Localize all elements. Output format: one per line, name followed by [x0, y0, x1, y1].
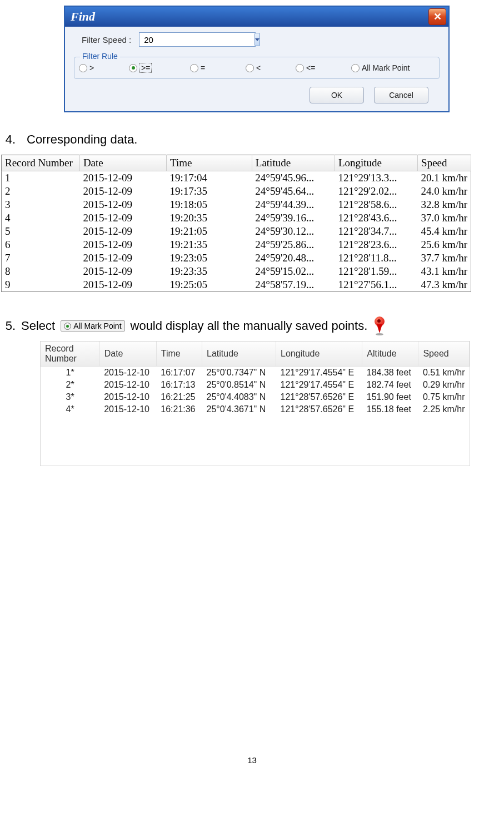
cell-date: 2015-12-09 — [79, 251, 166, 265]
cell-date: 2015-12-09 — [79, 225, 166, 238]
cell-lon: 121°29'17.4554" E — [276, 379, 362, 391]
close-button[interactable]: ✕ — [428, 8, 446, 25]
cell-lat: 25°0'0.7347" N — [202, 367, 276, 379]
cell-rec: 3 — [2, 198, 80, 211]
table-row[interactable]: 22015-12-0919:17:3524°59'45.64...121°29'… — [2, 185, 471, 198]
cell-rec: 2* — [41, 379, 99, 391]
cell-speed: 37.0 km/hr — [418, 211, 471, 225]
cell-lon: 121°28'34.7... — [335, 225, 417, 238]
radio-gte-label: >= — [139, 63, 152, 73]
filter-speed-input[interactable] — [139, 35, 254, 44]
cell-lon: 121°28'11.8... — [335, 251, 417, 265]
cell-lon: 121°28'43.6... — [335, 211, 417, 225]
cell-time: 19:17:35 — [167, 185, 252, 198]
dialog-button-row: OK Cancel — [74, 87, 440, 103]
cell-rec: 5 — [2, 225, 80, 238]
cancel-button[interactable]: Cancel — [374, 87, 428, 103]
table-row[interactable]: 72015-12-0919:23:0524°59'20.48...121°28'… — [2, 251, 471, 265]
cell-time: 16:17:13 — [156, 379, 202, 391]
table-row[interactable]: 2*2015-12-1016:17:1325°0'0.8514" N121°29… — [41, 379, 470, 391]
data-table-2: Record Number Date Time Latitude Longitu… — [41, 342, 470, 416]
cell-lon: 121°29'2.02... — [335, 185, 417, 198]
cell-lon: 121°28'23.6... — [335, 238, 417, 251]
table2-header-row: Record Number Date Time Latitude Longitu… — [41, 342, 470, 367]
th-speed[interactable]: Speed — [418, 155, 471, 171]
cell-time: 19:23:35 — [167, 265, 252, 278]
table-row[interactable]: 42015-12-0919:20:3524°59'39.16...121°28'… — [2, 211, 471, 225]
cell-rec: 4 — [2, 211, 80, 225]
cell-time: 19:23:05 — [167, 251, 252, 265]
table-row[interactable]: 82015-12-0919:23:3524°59'15.02...121°28'… — [2, 265, 471, 278]
cell-lat: 24°59'44.39... — [252, 198, 335, 211]
cell-rec: 1* — [41, 367, 99, 379]
th-date[interactable]: Date — [79, 155, 166, 171]
cell-lat: 24°59'25.86... — [252, 238, 335, 251]
th-time[interactable]: Time — [167, 155, 252, 171]
cell-speed: 20.1 km/hr — [418, 171, 471, 185]
th2-date[interactable]: Date — [99, 342, 156, 367]
filter-rule-fieldset: Filter Rule > >= = — [74, 57, 440, 79]
th2-altitude[interactable]: Altitude — [362, 342, 418, 367]
cell-lat: 24°59'45.96... — [252, 171, 335, 185]
radio-lt[interactable]: < — [246, 63, 296, 72]
th2-longitude[interactable]: Longitude — [276, 342, 362, 367]
cell-speed: 24.0 km/hr — [418, 185, 471, 198]
th-latitude[interactable]: Latitude — [252, 155, 335, 171]
radio-lte[interactable]: <= — [296, 63, 351, 72]
th2-time[interactable]: Time — [156, 342, 202, 367]
cell-lon: 121°27'56.1... — [335, 278, 417, 292]
table-row[interactable]: 12015-12-0919:17:0424°59'45.96...121°29'… — [2, 171, 471, 185]
table-row[interactable]: 52015-12-0919:21:0524°59'30.12...121°28'… — [2, 225, 471, 238]
radio-gte[interactable]: >= — [129, 63, 190, 73]
cell-date: 2015-12-09 — [79, 238, 166, 251]
cell-rec: 6 — [2, 238, 80, 251]
th2-speed[interactable]: Speed — [418, 342, 470, 367]
data-table-1: Record Number Date Time Latitude Longitu… — [1, 155, 471, 292]
cell-speed: 25.6 km/hr — [418, 238, 471, 251]
step-4-text: Corresponding data. — [27, 132, 137, 147]
step-5-text-a: Select — [21, 319, 55, 333]
table-row[interactable]: 1*2015-12-1016:17:0725°0'0.7347" N121°29… — [41, 367, 470, 379]
radio-eq-label: = — [201, 63, 205, 72]
cell-lon: 121°29'13.3... — [335, 171, 417, 185]
table-row[interactable]: 4*2015-12-1016:21:3625°0'4.3671" N121°28… — [41, 403, 470, 416]
table-row[interactable]: 32015-12-0919:18:0524°59'44.39...121°28'… — [2, 198, 471, 211]
radio-lt-label: < — [256, 63, 261, 72]
table-row[interactable]: 62015-12-0919:21:3524°59'25.86...121°28'… — [2, 238, 471, 251]
cell-time: 19:21:05 — [167, 225, 252, 238]
radio-eq[interactable]: = — [190, 63, 246, 72]
th-longitude[interactable]: Longitude — [335, 155, 417, 171]
radio-gt[interactable]: > — [79, 63, 129, 72]
cell-lat: 25°0'4.3671" N — [202, 403, 276, 416]
filter-speed-combo[interactable] — [139, 32, 256, 47]
cell-alt: 182.74 feet — [362, 379, 418, 391]
cell-rec: 4* — [41, 403, 99, 416]
cell-time: 19:25:05 — [167, 278, 252, 292]
th2-latitude[interactable]: Latitude — [202, 342, 276, 367]
cell-date: 2015-12-10 — [99, 379, 156, 391]
filter-speed-dropdown-button[interactable] — [255, 33, 260, 46]
cell-rec: 3* — [41, 391, 99, 403]
radio-all-mark-point[interactable]: All Mark Point — [351, 63, 410, 72]
cell-lat: 24°59'15.02... — [252, 265, 335, 278]
radio-lte-label: <= — [306, 63, 315, 72]
th2-record-number[interactable]: Record Number — [41, 342, 99, 367]
filter-speed-label: Filter Speed : — [82, 35, 131, 44]
table-row[interactable]: 92015-12-0919:25:0524°58'57.19...121°27'… — [2, 278, 471, 292]
ok-button[interactable]: OK — [310, 87, 364, 103]
step-4-number: 4. — [0, 132, 16, 147]
cell-lat: 24°59'39.16... — [252, 211, 335, 225]
page-number: 13 — [0, 755, 504, 765]
cell-speed: 37.7 km/hr — [418, 251, 471, 265]
cell-rec: 2 — [2, 185, 80, 198]
cell-speed: 0.29 km/hr — [418, 379, 470, 391]
filter-speed-row: Filter Speed : — [82, 32, 440, 47]
th-record-number[interactable]: Record Number — [2, 155, 80, 171]
cell-speed: 32.8 km/hr — [418, 198, 471, 211]
step-4: 4. Corresponding data. — [0, 132, 504, 147]
cell-lat: 25°0'4.4083" N — [202, 391, 276, 403]
table-row[interactable]: 3*2015-12-1016:21:2525°0'4.4083" N121°28… — [41, 391, 470, 403]
cell-lon: 121°29'17.4554" E — [276, 367, 362, 379]
cell-speed: 2.25 km/hr — [418, 403, 470, 416]
cell-speed: 45.4 km/hr — [418, 225, 471, 238]
